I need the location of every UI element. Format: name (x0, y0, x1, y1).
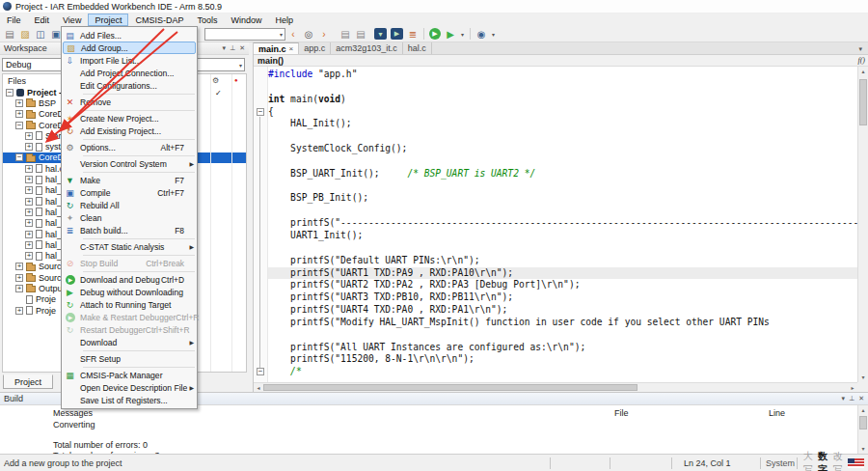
expand-icon[interactable]: + (25, 231, 33, 238)
build-log-icon[interactable]: ≣ (405, 27, 420, 41)
expand-icon[interactable]: + (15, 307, 23, 315)
ime-indicator-1[interactable]: 数字 (818, 450, 828, 471)
make-toolbar-icon[interactable]: ▶ (391, 28, 403, 40)
editor-tab-hal-c[interactable]: hal.c (403, 42, 432, 54)
ime-indicator-2[interactable]: 改写 (833, 450, 844, 471)
code-line[interactable] (268, 81, 857, 94)
messages-column-header[interactable]: Messages (53, 408, 93, 418)
build-message-row[interactable] (53, 430, 857, 441)
attach-options-caret[interactable]: ▾ (489, 31, 498, 38)
project-menu-item-restart-debugger[interactable]: ↻Restart DebuggerCtrl+Shift+R (62, 323, 197, 336)
line-column-header[interactable]: Line (769, 408, 785, 418)
project-menu-item-batch-build[interactable]: ≣Batch build...F8 (62, 224, 197, 236)
horizontal-scrollbar[interactable]: ◂ ▸ (254, 382, 857, 392)
code-line[interactable]: BSP_UART_Init(); /* BSP_UART is UART2 */ (268, 168, 857, 180)
code-line[interactable]: printfS("Modify HAL_UART_MspInit() funct… (268, 317, 857, 329)
project-menu-item-debug-without-downloading[interactable]: ▶Debug without Downloading (62, 286, 197, 298)
collapse-icon[interactable]: − (15, 153, 23, 161)
code-line[interactable]: HAL_Init(); (268, 118, 857, 130)
editor-tab-app-c[interactable]: app.c (299, 42, 331, 54)
scroll-up-icon[interactable]: ▴ (858, 67, 868, 76)
panel-menu-icon[interactable]: ▾ (842, 395, 846, 402)
project-menu-item-make[interactable]: ▼MakeF7 (62, 174, 197, 186)
project-menu-item-make-restart-debugger[interactable]: ▶Make & Restart DebuggerCtrl+R (62, 311, 197, 323)
project-menu-item-import-file-list[interactable]: ⇩Import File List... (62, 54, 197, 67)
tab-close-icon[interactable]: × (289, 44, 294, 53)
menubar-item-file[interactable]: File (0, 14, 28, 26)
build-message-row[interactable]: Total number of errors: 0 (53, 440, 857, 451)
compile-toolbar-icon[interactable]: ▼ (374, 28, 387, 40)
function-list-icon[interactable]: f() (857, 56, 868, 65)
project-menu-item-sfr-setup[interactable]: SFR Setup (62, 352, 197, 365)
project-menu-item-add-group[interactable]: ▨Add Group... (63, 42, 196, 54)
code-line[interactable]: { (268, 106, 857, 119)
code-line[interactable]: printfS("UART2 TXD:PA2 , RXD:PA3 [Debug … (268, 279, 857, 291)
search-combo[interactable]: ▾ (204, 28, 285, 41)
pin-icon[interactable]: ⊥ (230, 44, 235, 52)
code-line[interactable]: printfS("UART3 TXD:PB10, RXD:PB11\r\n"); (268, 291, 857, 304)
menubar-item-view[interactable]: View (56, 14, 88, 26)
expand-icon[interactable]: + (15, 99, 23, 107)
menubar-item-cmsis-dap[interactable]: CMSIS-DAP (128, 14, 190, 26)
expand-icon[interactable]: + (25, 165, 33, 173)
save-icon[interactable]: ◫ (33, 27, 48, 41)
project-menu-item-version-control-system[interactable]: Version Control System▶ (62, 157, 197, 170)
code-line[interactable] (268, 130, 857, 143)
code-line[interactable]: int main(void) (268, 94, 857, 106)
ime-indicator-0[interactable]: 大写 (803, 450, 814, 471)
code-line[interactable]: printfS("-------------------------------… (268, 217, 857, 230)
project-menu-item-download[interactable]: Download▶ (62, 336, 197, 348)
code-line[interactable]: printfS("Default UART PINs:\r\n"); (268, 255, 857, 267)
project-menu-item-edit-configurations[interactable]: Edit Configurations... (62, 79, 197, 92)
project-menu-item-add-files[interactable]: ▤Add Files... (62, 29, 197, 42)
expand-icon[interactable]: + (25, 208, 33, 216)
project-menu-item-download-and-debug[interactable]: ▶Download and DebugCtrl+D (62, 273, 197, 286)
code-line[interactable] (268, 329, 857, 342)
scroll-right-icon[interactable]: ▸ (848, 383, 857, 392)
code-line[interactable]: printfS("115200, 8-N-1\r\n\r\n"); (268, 353, 857, 366)
project-menu-item-add-project-connection[interactable]: Add Project Connection... (62, 67, 197, 79)
options-column-gear-icon[interactable]: ⚙ (212, 76, 219, 85)
close-icon[interactable]: ✕ (858, 395, 864, 402)
project-menu-item-create-new-project[interactable]: ✶Create New Project... (62, 112, 197, 125)
scroll-up-icon[interactable]: ▴ (858, 405, 868, 415)
build-message-row[interactable]: Converting (53, 420, 857, 430)
project-menu-item-c-stat-static-analysis[interactable]: C-STAT Static Analysis▶ (62, 240, 197, 253)
expand-icon[interactable]: + (25, 252, 33, 260)
project-menu-item-rebuild-all[interactable]: ↻Rebuild All (62, 199, 197, 211)
expand-icon[interactable]: + (25, 241, 33, 249)
search-icon[interactable]: ◎ (301, 27, 316, 41)
find-next-icon[interactable]: › (316, 27, 332, 41)
project-menu-item-attach-to-running-target[interactable]: ↻Attach to Running Target (62, 298, 197, 311)
code-content[interactable]: #include "app.h" int main(void){ HAL_Ini… (268, 69, 857, 378)
collapse-icon[interactable]: − (6, 89, 14, 97)
attach-to-target-tb-icon[interactable]: ◉ (474, 27, 489, 41)
code-line[interactable] (268, 242, 857, 255)
close-icon[interactable]: ✕ (239, 44, 245, 52)
debug-without-downloading-tb-icon[interactable]: ▶ (443, 27, 458, 41)
code-line[interactable]: printfS("UART1 TXD:PA9 , RXD:PA10\r\n"); (268, 267, 857, 280)
code-line[interactable]: SystemClock_Config(); (268, 143, 857, 155)
expand-icon[interactable]: + (25, 132, 33, 140)
project-menu-item-compile[interactable]: ▣CompileCtrl+F7 (62, 186, 197, 199)
find-previous-icon[interactable]: ‹ (285, 27, 301, 41)
scroll-down-icon[interactable]: ▾ (858, 373, 868, 382)
expand-icon[interactable]: + (15, 285, 23, 292)
code-line[interactable]: /* (268, 366, 857, 378)
code-line[interactable]: #include "app.h" (268, 69, 857, 81)
build-scroll-thumb[interactable] (859, 416, 867, 429)
panel-menu-icon[interactable]: ▾ (223, 44, 227, 52)
build-tab-label[interactable]: Build (4, 394, 23, 403)
project-menu-item-remove[interactable]: ✕Remove (62, 96, 197, 108)
expand-icon[interactable]: + (25, 176, 33, 183)
language-flag-icon[interactable] (848, 458, 864, 468)
menubar-item-window[interactable]: Window (224, 14, 268, 26)
tab-list-icon[interactable]: ▾ (858, 42, 866, 55)
code-line[interactable] (268, 180, 857, 193)
menubar-item-tools[interactable]: Tools (190, 14, 224, 26)
expand-icon[interactable]: + (25, 143, 33, 151)
code-line[interactable]: printfS("All UART Instances are configur… (268, 342, 857, 354)
editor-tab-main-c[interactable]: main.c× (254, 42, 299, 54)
project-menu-item-options[interactable]: ⚙Options...Alt+F7 (62, 141, 197, 153)
scroll-down-icon[interactable]: ▾ (858, 444, 868, 454)
